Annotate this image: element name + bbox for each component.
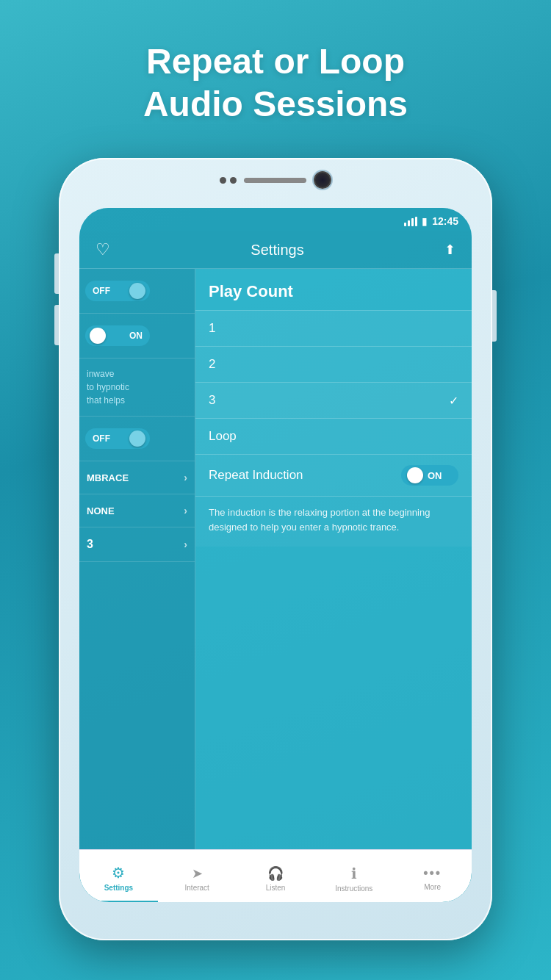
tab-interact[interactable]: ➤ Interact [158, 850, 237, 902]
toggle-2-label: ON [129, 331, 143, 341]
volume-button-down[interactable] [54, 305, 59, 345]
tab-listen[interactable]: 🎧 Listen [237, 850, 315, 902]
repeat-induction-row: Repeat Induction ON [195, 455, 472, 497]
battery-icon: ▮ [422, 215, 428, 227]
tab-settings[interactable]: ⚙ Settings [79, 850, 158, 902]
listen-tab-icon: 🎧 [267, 865, 284, 882]
toggle-2-circle [90, 328, 106, 344]
share-icon[interactable]: ⬆ [444, 242, 455, 258]
none-label: NONE [87, 505, 115, 516]
phone-camera-area [220, 171, 331, 189]
phone-screen: ▮ 12:45 ♡ Settings ⬆ OFF [79, 208, 472, 902]
camera-dot-2 [230, 177, 237, 184]
settings-header: ♡ Settings ⬆ [79, 231, 472, 269]
play-count-title: Play Count [209, 282, 458, 301]
count-option-3[interactable]: 3 ✓ [195, 383, 472, 419]
repeat-toggle-circle [407, 467, 423, 483]
right-panel: Play Count 1 2 3 ✓ Loop [195, 269, 472, 853]
interact-tab-label: Interact [185, 884, 209, 892]
toggle-1-label: OFF [93, 286, 110, 296]
mbrace-chevron: › [184, 472, 187, 483]
toggle-3[interactable]: OFF [85, 428, 150, 449]
count-option-2[interactable]: 2 [195, 347, 472, 383]
title-line1: Repeat or Loop [0, 40, 551, 83]
option-2-label: 2 [209, 357, 215, 372]
option-1-label: 1 [209, 321, 215, 336]
toggle-3-circle [129, 430, 145, 447]
toggle-1-circle [129, 283, 145, 299]
sidebar-option-none[interactable]: NONE › [79, 494, 195, 527]
checkmark-icon: ✓ [449, 394, 458, 408]
sidebar-option-mbrace[interactable]: MBRACE › [79, 461, 195, 494]
repeat-induction-toggle[interactable]: ON [401, 465, 458, 486]
toggle-2[interactable]: ON [85, 325, 150, 346]
signal-bars [404, 217, 417, 226]
number-label: 3 [87, 538, 93, 551]
number-chevron: › [184, 538, 187, 550]
listen-tab-label: Listen [266, 884, 286, 892]
mbrace-label: MBRACE [87, 472, 129, 483]
camera-dot-1 [220, 177, 226, 184]
count-option-1[interactable]: 1 [195, 311, 472, 347]
instructions-tab-label: Instructions [335, 884, 372, 893]
status-bar: ▮ 12:45 [79, 208, 472, 231]
toggle-3-label: OFF [93, 433, 110, 444]
sidebar-option-number[interactable]: 3 › [79, 527, 195, 562]
count-option-loop[interactable]: Loop [195, 419, 472, 455]
repeat-induction-label: Repeat Induction [209, 468, 303, 483]
more-tab-icon: ••• [423, 865, 442, 881]
tab-bar: ⚙ Settings ➤ Interact 🎧 Listen ℹ Instruc… [79, 849, 472, 902]
toggle-row-3: OFF [79, 417, 195, 461]
toggle-row-2: ON [79, 314, 195, 359]
tab-instructions[interactable]: ℹ Instructions [314, 850, 393, 902]
none-chevron: › [184, 505, 187, 516]
header-title: Settings [251, 242, 303, 259]
title-line2: Audio Sessions [0, 83, 551, 126]
toggle-1[interactable]: OFF [85, 281, 150, 301]
time-display: 12:45 [432, 215, 458, 227]
settings-tab-icon: ⚙ [112, 864, 125, 882]
play-count-header: Play Count [195, 269, 472, 311]
sidebar-text: inwaveto hypnoticthat helps [87, 367, 187, 407]
left-sidebar: OFF ON inwaveto hypnoticthat helps [79, 269, 195, 853]
loop-label: Loop [209, 429, 237, 443]
interact-tab-icon: ➤ [192, 865, 203, 882]
heart-icon[interactable]: ♡ [96, 240, 110, 259]
instructions-tab-icon: ℹ [351, 865, 357, 882]
induction-description-text: The induction is the relaxing portion at… [209, 507, 430, 533]
volume-button-up[interactable] [54, 253, 59, 294]
phone-shell: ▮ 12:45 ♡ Settings ⬆ OFF [59, 158, 492, 940]
option-3-label: 3 [209, 393, 215, 408]
settings-tab-label: Settings [104, 884, 133, 892]
toggle-row-1: OFF [79, 269, 195, 314]
tab-more[interactable]: ••• More [393, 850, 472, 902]
power-button[interactable] [492, 290, 497, 342]
repeat-toggle-label: ON [428, 470, 442, 481]
sidebar-description-row: inwaveto hypnoticthat helps [79, 359, 195, 417]
camera-lens [314, 171, 331, 189]
page-title: Repeat or Loop Audio Sessions [0, 40, 551, 125]
content-area: OFF ON inwaveto hypnoticthat helps [79, 269, 472, 853]
speaker-grille [244, 178, 306, 183]
more-tab-label: More [424, 883, 441, 891]
induction-description: The induction is the relaxing portion at… [195, 497, 472, 547]
